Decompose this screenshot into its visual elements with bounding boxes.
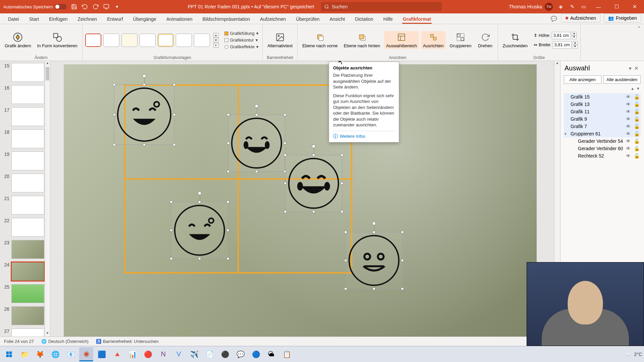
tab-einfuegen[interactable]: Einfügen — [44, 14, 72, 24]
tab-uebergaenge[interactable]: Übergänge — [128, 14, 161, 24]
accessibility-status[interactable]: ♿Barrierefreiheit: Untersuchen — [96, 339, 159, 344]
convert-shape-button[interactable]: In Form konvertieren — [35, 31, 79, 49]
app-icon-6[interactable]: 💬 — [233, 347, 248, 361]
thumb-slide-24[interactable]: 24 — [1, 262, 47, 281]
height-field[interactable]: ⇕Höhe:▲▼ — [534, 32, 578, 39]
thumb-slide-22[interactable]: 22 — [1, 218, 47, 237]
eye-icon[interactable]: 👁 — [626, 116, 632, 122]
style-preset-6[interactable] — [176, 34, 192, 47]
alttext-button[interactable]: Alternativtext — [265, 31, 294, 49]
lock-icon[interactable]: 🔓 — [634, 131, 640, 136]
diamond-icon[interactable]: ◈ — [557, 3, 564, 10]
tab-zeichnen[interactable]: Zeichnen — [73, 14, 102, 24]
maximize-button[interactable]: ☐ — [610, 0, 623, 13]
height-input[interactable] — [552, 32, 571, 39]
hide-all-button[interactable]: Alle ausblenden — [603, 75, 641, 84]
selection-item[interactable]: Gerader Verbinder 60 👁 🔓 — [564, 145, 641, 152]
selection-item[interactable]: Grafik 9 👁 🔓 — [564, 115, 641, 123]
thumb-slide-21[interactable]: 21 — [1, 196, 47, 215]
tab-ueberpruefen[interactable]: Überprüfen — [291, 14, 324, 24]
weather-icon[interactable]: ☁️ — [625, 352, 631, 357]
search-input[interactable] — [332, 4, 438, 9]
shape-emoji-5[interactable] — [345, 232, 402, 289]
app-icon-3[interactable]: 🔴 — [141, 347, 155, 361]
eye-icon[interactable]: 👁 — [626, 131, 632, 136]
tooltip-more-link[interactable]: iWeitere Infos — [333, 131, 395, 139]
crop-button[interactable]: Zuschneiden — [501, 31, 530, 49]
eye-icon[interactable]: 👁 — [626, 109, 632, 114]
tab-start[interactable]: Start — [24, 14, 44, 24]
tab-dictation[interactable]: Dictation — [350, 14, 378, 24]
thumbs-scrollbar[interactable]: ▲▼ — [45, 61, 50, 337]
styles-more-icon[interactable]: ▾ — [213, 43, 219, 48]
tab-grafikformat[interactable]: Grafikformat — [398, 14, 436, 24]
style-preset-1[interactable] — [85, 34, 101, 47]
slide[interactable] — [64, 64, 537, 337]
lock-icon[interactable]: 🔓 — [634, 138, 640, 144]
eye-icon[interactable]: 👁 — [626, 124, 632, 129]
undo-icon[interactable] — [82, 3, 88, 10]
rotate-handle-icon[interactable] — [143, 74, 146, 78]
pane-close-icon[interactable]: ✕ — [633, 65, 640, 71]
thumb-slide-17[interactable]: 17 — [1, 107, 47, 126]
save-icon[interactable] — [71, 3, 77, 10]
share-button[interactable]: 👥Freigeben — [604, 14, 641, 22]
selection-item[interactable]: Rechteck 52 👁 🔓 — [564, 152, 641, 160]
obs-icon[interactable]: ⚫ — [218, 347, 232, 361]
shape-emoji-1[interactable] — [114, 84, 174, 145]
rotate-handle-icon[interactable] — [312, 144, 316, 148]
redo-icon[interactable] — [92, 3, 99, 10]
telegram-icon[interactable]: ✈️ — [187, 347, 201, 361]
thumb-slide-26[interactable]: 26 — [1, 306, 47, 325]
thumb-slide-15[interactable]: 15 — [1, 63, 47, 82]
firefox-icon[interactable]: 🦊 — [33, 347, 47, 361]
rotate-handle-icon[interactable] — [198, 191, 202, 195]
outlook-icon[interactable]: 📧 — [64, 347, 78, 361]
weather-temp[interactable]: 2°C — [634, 352, 642, 357]
lock-icon[interactable]: 🔓 — [634, 124, 640, 129]
thumb-slide-20[interactable]: 20 — [1, 174, 47, 192]
height-down[interactable]: ▼ — [572, 36, 577, 39]
app-icon[interactable]: 🟦 — [95, 347, 109, 361]
shape-emoji-4[interactable] — [171, 202, 228, 259]
app-icon-5[interactable]: 📄 — [203, 347, 217, 361]
width-field[interactable]: ⇔Breite:▲▼ — [534, 41, 578, 49]
selection-item[interactable]: Grafik 13 👁 🔓 — [564, 101, 641, 108]
thumb-slide-18[interactable]: 18 — [1, 129, 47, 148]
style-preset-3[interactable] — [121, 34, 138, 47]
rotate-handle-icon[interactable] — [372, 222, 376, 225]
tab-datei[interactable]: Datei — [3, 14, 24, 24]
thumb-slide-19[interactable]: 19 — [1, 152, 47, 170]
selection-item[interactable]: Grafik 15 👁 🔓 — [564, 93, 641, 101]
tab-bildschirm[interactable]: Bildschirmpräsentation — [198, 14, 255, 24]
chrome-icon[interactable]: 🌐 — [48, 347, 62, 361]
width-input[interactable] — [553, 41, 572, 49]
width-down[interactable]: ▼ — [573, 45, 578, 49]
more-icon[interactable]: ▾ — [114, 3, 120, 10]
lock-icon[interactable]: 🔓 — [634, 109, 640, 114]
thumb-slide-27[interactable]: 27 — [1, 328, 47, 337]
selection-item[interactable]: Grafik 11 👁 🔓 — [564, 108, 641, 115]
style-preset-7[interactable] — [194, 34, 210, 47]
outline-button[interactable]: Grafikkontur ▾ — [223, 37, 259, 43]
slide-counter[interactable]: Folie 24 von 27 — [4, 339, 34, 344]
lock-icon[interactable]: 🔓 — [634, 146, 640, 151]
onenote-icon[interactable]: N — [156, 347, 170, 361]
selection-item[interactable]: Gerader Verbinder 54 👁 🔓 — [564, 137, 641, 145]
pane-dropdown-icon[interactable]: ▾ — [628, 65, 633, 71]
thumb-slide-23[interactable]: 23 — [1, 240, 47, 259]
move-up-icon[interactable]: ▲ — [631, 86, 634, 90]
app-icon-8[interactable]: 🌥 — [264, 347, 278, 361]
lock-icon[interactable]: 🔓 — [634, 153, 640, 159]
width-up[interactable]: ▲ — [573, 41, 578, 45]
effects-button[interactable]: Grafikeffekte ▾ — [223, 44, 260, 50]
selection-item[interactable]: ▾ Gruppieren 61 👁 🔓 — [564, 130, 641, 137]
app-icon-4[interactable]: V — [172, 347, 186, 361]
shape-emoji-3[interactable] — [285, 155, 342, 212]
selection-pane-button[interactable]: Auswahlbereich — [384, 31, 419, 49]
tab-hilfe[interactable]: Hilfe — [379, 14, 397, 24]
record-button[interactable]: Aufzeichnen — [561, 14, 600, 22]
present-icon[interactable] — [103, 3, 110, 10]
system-tray[interactable]: ☁️ 2°C — [625, 352, 642, 357]
bring-forward-button[interactable]: Ebene nach vorne — [300, 31, 340, 49]
